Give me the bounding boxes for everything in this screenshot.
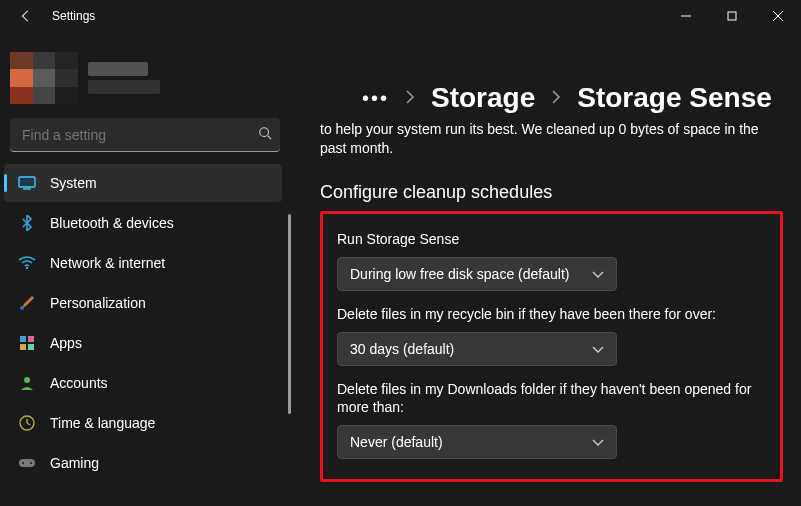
run-storage-sense-label: Run Storage Sense <box>337 230 766 249</box>
dropdown-value: 30 days (default) <box>350 341 454 357</box>
sidebar-item-label: Time & language <box>50 415 155 431</box>
breadcrumb: ••• Storage Storage Sense <box>362 82 783 114</box>
sidebar-item-label: System <box>50 175 97 191</box>
person-icon <box>18 374 36 392</box>
svg-point-4 <box>260 128 269 137</box>
account-block[interactable] <box>0 32 296 114</box>
svg-point-14 <box>24 377 30 383</box>
description-text: to help your system run its best. We cle… <box>320 120 770 158</box>
recycle-bin-label: Delete files in my recycle bin if they h… <box>337 305 766 324</box>
breadcrumb-storage[interactable]: Storage <box>431 82 535 114</box>
sidebar-item-system[interactable]: System <box>4 164 282 202</box>
sidebar-item-network[interactable]: Network & internet <box>4 244 282 282</box>
svg-line-5 <box>268 136 272 140</box>
apps-icon <box>18 334 36 352</box>
system-icon <box>18 174 36 192</box>
paintbrush-icon <box>18 294 36 312</box>
chevron-down-icon <box>592 434 604 450</box>
page-title: Storage Sense <box>577 82 772 114</box>
section-title: Configure cleanup schedules <box>320 182 783 203</box>
app-title: Settings <box>52 9 95 23</box>
sidebar: System Bluetooth & devices Network & int… <box>0 32 296 506</box>
svg-point-9 <box>20 306 24 310</box>
maximize-button[interactable] <box>709 0 755 32</box>
bluetooth-icon <box>18 214 36 232</box>
svg-rect-11 <box>28 336 34 342</box>
avatar <box>10 52 78 104</box>
window-controls <box>663 0 801 32</box>
sidebar-scrollbar[interactable] <box>288 214 294 506</box>
account-name-redacted <box>88 62 160 94</box>
search-icon <box>258 126 272 143</box>
chevron-right-icon <box>405 90 415 107</box>
close-button[interactable] <box>755 0 801 32</box>
dropdown-value: During low free disk space (default) <box>350 266 569 282</box>
dropdown-value: Never (default) <box>350 434 443 450</box>
sidebar-item-time-language[interactable]: Time & language <box>4 404 282 442</box>
sidebar-item-gaming[interactable]: Gaming <box>4 444 282 482</box>
sidebar-item-label: Bluetooth & devices <box>50 215 174 231</box>
sidebar-item-label: Gaming <box>50 455 99 471</box>
svg-rect-6 <box>19 177 35 187</box>
svg-point-19 <box>22 462 24 464</box>
search-input[interactable] <box>10 118 280 152</box>
svg-line-17 <box>27 423 30 425</box>
svg-rect-18 <box>19 459 35 467</box>
chevron-right-icon <box>551 90 561 107</box>
svg-point-20 <box>30 462 32 464</box>
sidebar-item-label: Apps <box>50 335 82 351</box>
main-panel: ••• Storage Storage Sense to help your s… <box>296 32 801 506</box>
gamepad-icon <box>18 454 36 472</box>
chevron-down-icon <box>592 266 604 282</box>
wifi-icon <box>18 254 36 272</box>
sidebar-item-accounts[interactable]: Accounts <box>4 364 282 402</box>
sidebar-item-apps[interactable]: Apps <box>4 324 282 362</box>
downloads-dropdown[interactable]: Never (default) <box>337 425 617 459</box>
recycle-bin-dropdown[interactable]: 30 days (default) <box>337 332 617 366</box>
sidebar-item-bluetooth[interactable]: Bluetooth & devices <box>4 204 282 242</box>
svg-point-8 <box>26 267 28 269</box>
run-storage-sense-dropdown[interactable]: During low free disk space (default) <box>337 257 617 291</box>
minimize-button[interactable] <box>663 0 709 32</box>
svg-rect-13 <box>28 344 34 350</box>
svg-rect-1 <box>728 12 736 20</box>
svg-rect-12 <box>20 344 26 350</box>
nav-list: System Bluetooth & devices Network & int… <box>0 162 296 506</box>
highlighted-region: Run Storage Sense During low free disk s… <box>320 211 783 483</box>
chevron-down-icon <box>592 341 604 357</box>
sidebar-item-label: Network & internet <box>50 255 165 271</box>
titlebar: Settings <box>0 0 801 32</box>
sidebar-item-label: Accounts <box>50 375 108 391</box>
back-button[interactable] <box>16 6 36 26</box>
breadcrumb-more[interactable]: ••• <box>362 87 389 110</box>
sidebar-item-personalization[interactable]: Personalization <box>4 284 282 322</box>
scrollbar-thumb[interactable] <box>288 214 291 414</box>
sidebar-item-label: Personalization <box>50 295 146 311</box>
clock-globe-icon <box>18 414 36 432</box>
downloads-label: Delete files in my Downloads folder if t… <box>337 380 766 418</box>
svg-rect-10 <box>20 336 26 342</box>
